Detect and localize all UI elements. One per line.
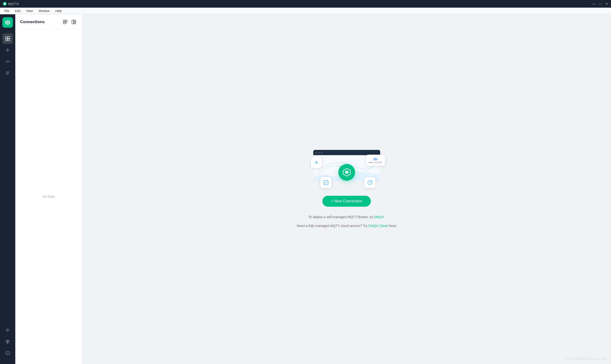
connections-icon <box>5 36 10 41</box>
svg-point-11 <box>7 329 8 331</box>
code-icon <box>5 59 10 64</box>
minimize-button[interactable]: — <box>592 2 596 5</box>
menu-window[interactable]: Window <box>36 9 52 13</box>
svg-rect-23 <box>72 20 74 24</box>
svg-line-7 <box>7 60 8 63</box>
emqx-cloud-badge: EMQ X CLOUD <box>366 155 385 166</box>
svg-rect-3 <box>5 39 7 41</box>
menu-help[interactable]: Help <box>53 9 64 13</box>
browser-dot-2 <box>318 152 320 154</box>
no-data-message: No Data <box>15 29 82 364</box>
help-text-2-suffix: Now! <box>388 224 397 228</box>
float-refresh-icon <box>364 177 375 188</box>
mqttx-logo-icon <box>4 19 11 26</box>
browser-titlebar <box>313 150 380 155</box>
svg-rect-2 <box>8 37 10 39</box>
connections-actions <box>62 19 77 25</box>
title-bar-title: MQTTX <box>3 2 19 6</box>
svg-rect-10 <box>6 74 8 75</box>
menu-view[interactable]: View <box>24 9 35 13</box>
title-bar: MQTTX — □ ✕ <box>0 0 611 8</box>
watermark: CSDN @开发者 DevZe.COM <box>566 357 607 361</box>
float-checkbox-icon <box>323 180 329 185</box>
browser-dot-1 <box>315 152 317 154</box>
layout-icon <box>72 20 76 24</box>
new-connection-button[interactable]: + New Connection <box>322 196 371 207</box>
svg-point-12 <box>7 342 8 343</box>
help-text-2-prefix: Need a fully managed MQTT cloud service?… <box>297 224 368 228</box>
svg-point-0 <box>7 22 8 23</box>
welcome-text: To deploy a self-managed MQTT Broker, tr… <box>297 214 397 228</box>
welcome-illustration: EMQ X CLOUD <box>306 150 387 188</box>
connections-title: Connections <box>20 20 62 24</box>
sidebar-about-button[interactable] <box>2 348 13 358</box>
log-icon <box>5 71 10 76</box>
sidebar-settings-button[interactable] <box>2 325 13 335</box>
app-body: Connections <box>0 14 611 364</box>
float-check-icon <box>320 177 331 188</box>
sidebar-broadcast-button[interactable] <box>2 336 13 347</box>
connections-panel: Connections <box>15 14 82 364</box>
svg-rect-19 <box>66 20 67 22</box>
menu-file[interactable]: File <box>2 9 12 13</box>
sidebar-new-connection-button[interactable] <box>2 45 13 55</box>
help-text-1-suffix: . <box>384 215 385 219</box>
emqx-link[interactable]: EMQX <box>374 215 384 219</box>
svg-rect-20 <box>63 22 65 24</box>
plus-icon <box>5 48 10 52</box>
svg-rect-9 <box>6 73 9 73</box>
svg-rect-24 <box>74 20 76 22</box>
help-text-1: To deploy a self-managed MQTT Broker, tr… <box>308 214 385 220</box>
svg-rect-4 <box>8 39 10 41</box>
help-text-1-prefix: To deploy a self-managed MQTT Broker, tr… <box>308 215 374 219</box>
toggle-layout-button[interactable] <box>70 19 77 25</box>
add-connection-icon <box>63 20 68 24</box>
browser-dot-3 <box>321 152 323 154</box>
emqx-cloud-link[interactable]: EMQX Cloud <box>368 224 388 228</box>
svg-point-17 <box>7 352 8 352</box>
float-add-icon <box>313 160 319 165</box>
float-clock-icon <box>367 180 373 185</box>
cloud-icon <box>373 157 378 161</box>
help-text-2: Need a fully managed MQTT cloud service?… <box>297 223 397 228</box>
sidebar-script-button[interactable] <box>2 56 13 67</box>
close-button[interactable]: ✕ <box>605 2 608 5</box>
center-mqttx-icon <box>342 168 352 177</box>
settings-icon <box>5 328 10 333</box>
sidebar <box>0 14 15 364</box>
sidebar-connections-button[interactable] <box>2 33 13 44</box>
app-logo-button[interactable] <box>2 17 13 28</box>
connections-header: Connections <box>15 14 82 29</box>
main-content: EMQ X CLOUD <box>82 14 611 364</box>
svg-rect-18 <box>63 20 65 22</box>
info-icon <box>5 351 10 355</box>
menu-bar: File Edit View Window Help <box>0 8 611 14</box>
sidebar-log-button[interactable] <box>2 68 13 78</box>
welcome-container: EMQ X CLOUD <box>297 150 397 228</box>
app-logo-icon <box>3 2 7 6</box>
menu-edit[interactable]: Edit <box>13 9 23 13</box>
svg-rect-25 <box>74 22 76 24</box>
broadcast-icon <box>5 339 10 344</box>
center-logo <box>338 164 355 181</box>
sidebar-bottom <box>2 325 13 361</box>
svg-rect-8 <box>6 72 9 72</box>
svg-rect-1 <box>5 37 7 39</box>
float-plus-icon <box>311 157 322 168</box>
add-connection-button[interactable] <box>62 19 68 25</box>
maximize-button[interactable]: □ <box>599 2 601 5</box>
window-controls: — □ ✕ <box>592 2 608 5</box>
app-title: MQTTX <box>8 2 19 6</box>
